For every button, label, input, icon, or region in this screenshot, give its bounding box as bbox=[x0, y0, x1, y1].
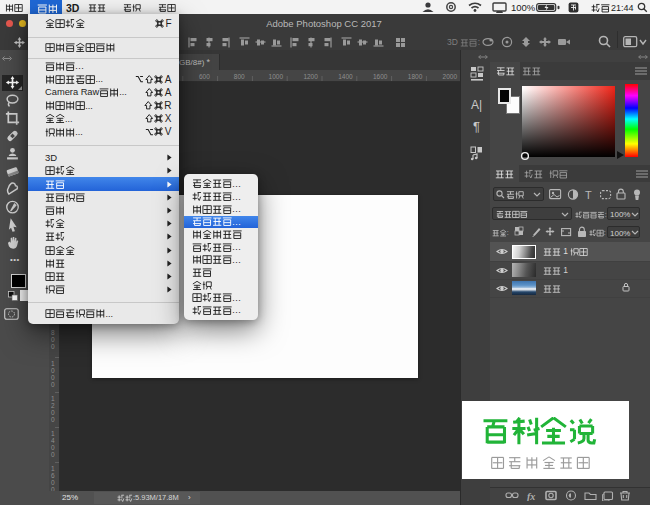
svg-text:800: 800 bbox=[234, 73, 245, 80]
svg-text:1: 1 bbox=[51, 360, 55, 367]
svg-text:2000: 2000 bbox=[443, 73, 458, 80]
svg-text:1: 1 bbox=[51, 465, 55, 472]
svg-text:1600: 1600 bbox=[373, 73, 388, 80]
svg-text:0: 0 bbox=[51, 486, 55, 491]
svg-text:8: 8 bbox=[51, 329, 55, 336]
svg-text:0: 0 bbox=[51, 381, 55, 388]
svg-text:0: 0 bbox=[51, 367, 55, 374]
svg-text:1400: 1400 bbox=[338, 73, 353, 80]
svg-text:0: 0 bbox=[51, 343, 55, 350]
svg-text:1200: 1200 bbox=[303, 73, 318, 80]
svg-text:4: 4 bbox=[51, 437, 55, 444]
svg-text:2: 2 bbox=[51, 402, 55, 409]
svg-text:T: T bbox=[585, 189, 592, 201]
svg-text:1800: 1800 bbox=[408, 73, 423, 80]
svg-text:0: 0 bbox=[51, 416, 55, 423]
svg-text:0: 0 bbox=[51, 451, 55, 458]
svg-text:1000: 1000 bbox=[269, 73, 284, 80]
svg-text:0: 0 bbox=[51, 409, 55, 416]
svg-text:0: 0 bbox=[51, 479, 55, 486]
svg-text:0: 0 bbox=[51, 374, 55, 381]
svg-text:600: 600 bbox=[199, 73, 210, 80]
svg-text:0: 0 bbox=[51, 336, 55, 343]
svg-text:1: 1 bbox=[51, 395, 55, 402]
svg-text:0: 0 bbox=[51, 444, 55, 451]
svg-text:6: 6 bbox=[51, 472, 55, 479]
svg-text:fx: fx bbox=[527, 491, 535, 502]
svg-text:1: 1 bbox=[51, 430, 55, 437]
